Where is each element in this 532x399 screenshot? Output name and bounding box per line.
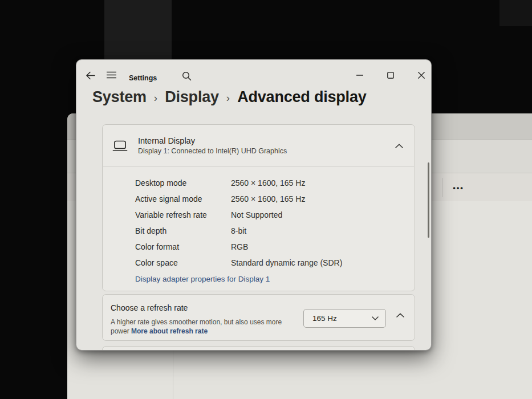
info-value: RGB: [231, 242, 248, 251]
settings-titlebar: Settings: [76, 60, 431, 91]
next-card-partial: [102, 346, 415, 351]
close-icon: [418, 72, 425, 79]
info-value: Not Supported: [231, 210, 282, 219]
display-adapter-properties-link[interactable]: Display adapter properties for Display 1: [135, 275, 270, 283]
info-label: Bit depth: [135, 226, 231, 235]
internal-display-header[interactable]: Internal Display Display 1: Connected to…: [103, 125, 415, 166]
breadcrumb-display[interactable]: Display: [165, 88, 219, 106]
breadcrumb: System › Display › Advanced display: [92, 88, 367, 106]
chevron-up-icon[interactable]: [396, 313, 404, 317]
display-info-list: Desktop mode 2560 × 1600, 165 Hz Active …: [103, 167, 415, 291]
chevron-up-icon[interactable]: [395, 144, 403, 148]
chevron-down-icon: [372, 316, 379, 320]
info-value: 2560 × 1600, 165 Hz: [231, 178, 305, 188]
card-title: Choose a refresh rate: [111, 303, 188, 312]
search-icon[interactable]: [182, 71, 192, 81]
info-row: Color format RGB: [135, 239, 415, 255]
info-label: Desktop mode: [135, 178, 231, 188]
info-value: 2560 × 1600, 165 Hz: [231, 194, 305, 203]
internal-display-card: Internal Display Display 1: Connected to…: [102, 124, 415, 291]
refresh-rate-dropdown[interactable]: 165 Hz: [303, 309, 386, 328]
breadcrumb-system[interactable]: System: [92, 88, 147, 106]
scrollbar-thumb[interactable]: [428, 162, 429, 238]
app-title: Settings: [129, 74, 157, 82]
back-icon[interactable]: [86, 71, 95, 80]
info-value: 8-bit: [231, 226, 246, 235]
info-row: Variable refresh rate Not Supported: [135, 207, 415, 223]
card-subtitle: Display 1: Connected to Intel(R) UHD Gra…: [138, 147, 395, 155]
more-about-refresh-rate-link[interactable]: More about refresh rate: [131, 327, 208, 335]
maximize-icon: [387, 72, 394, 79]
refresh-rate-card: Choose a refresh rate A higher rate give…: [102, 294, 415, 341]
background-reflection: [104, 0, 172, 67]
close-button[interactable]: [412, 67, 431, 84]
info-label: Active signal mode: [135, 194, 231, 203]
dropdown-value: 165 Hz: [312, 314, 372, 323]
info-label: Color space: [135, 258, 231, 267]
info-row: Active signal mode 2560 × 1600, 165 Hz: [135, 191, 415, 207]
info-row: Desktop mode 2560 × 1600, 165 Hz: [135, 175, 415, 191]
chevron-right-icon: ›: [226, 92, 230, 104]
card-title: Internal Display: [138, 136, 395, 145]
settings-window: Settings System › Display › Advanced dis…: [76, 59, 432, 351]
minimize-icon: [356, 75, 363, 76]
toolbar-divider: [442, 178, 442, 197]
hamburger-menu-icon[interactable]: [107, 71, 116, 79]
chevron-right-icon: ›: [154, 92, 157, 104]
info-label: Color format: [135, 242, 231, 251]
card-description: A higher rate gives smoother motion, but…: [111, 317, 302, 336]
info-row: Bit depth 8-bit: [135, 223, 415, 239]
minimize-button[interactable]: [350, 67, 369, 84]
info-value: Standard dynamic range (SDR): [231, 258, 342, 267]
background-reflection: [499, 0, 532, 26]
see-more-button[interactable]: •••: [446, 178, 471, 197]
page-title: Advanced display: [237, 88, 366, 106]
info-row: Color space Standard dynamic range (SDR): [135, 255, 415, 271]
info-label: Variable refresh rate: [135, 210, 231, 219]
ellipsis-icon: •••: [453, 184, 464, 192]
maximize-button[interactable]: [381, 67, 400, 84]
monitor-photo: ••• Pictures ♪ Music: [0, 0, 532, 399]
display-icon: [112, 140, 128, 152]
